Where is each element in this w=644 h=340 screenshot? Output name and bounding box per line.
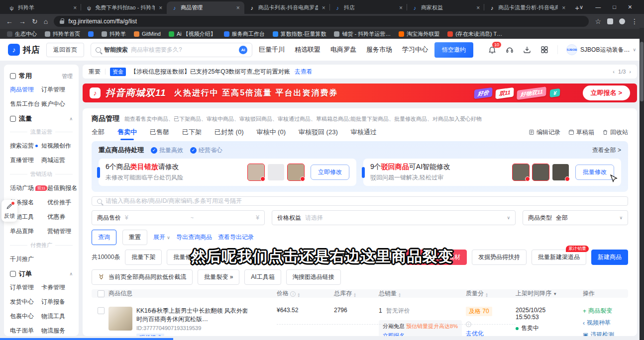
sidebar-link[interactable]: 物流工具 <box>41 312 73 321</box>
product-image[interactable] <box>108 307 132 331</box>
download-center-icon[interactable] <box>523 45 532 54</box>
row-operation-link[interactable]: ‹ 视频种草 <box>583 319 622 327</box>
view-all-link[interactable]: 查看全部 > <box>592 146 621 155</box>
bell-icon[interactable]: 10 <box>488 45 497 54</box>
bookmark-item[interactable]: 淘宝海外联盟 <box>399 30 439 38</box>
expand-toggle[interactable]: 展开 ∨ <box>153 233 170 242</box>
header-nav-link[interactable]: 精选联盟 <box>295 45 321 54</box>
sidebar-link[interactable]: 商城运营 <box>41 156 73 165</box>
sidebar-link[interactable]: 千川推广 <box>10 255 41 263</box>
row-checkbox[interactable] <box>98 307 105 314</box>
browser-tab[interactable]: ♪ 商品卡列表-抖音电商罗盘 × <box>244 1 330 14</box>
kebab-menu-icon[interactable]: ⋮ <box>631 17 638 25</box>
account-menu[interactable]: SJBOB SJBOB运动装备… ∨ <box>566 44 636 55</box>
headset-icon[interactable] <box>505 45 514 54</box>
tab-close-icon[interactable]: × <box>158 4 162 11</box>
browser-tab[interactable]: ♪ 抖店 × <box>330 1 407 14</box>
forward-icon[interactable]: → <box>19 17 26 25</box>
back-icon[interactable]: ← <box>6 17 13 25</box>
browser-tab[interactable]: ψ 免费下单抖拍tao - 抖羚羊运营 × <box>81 1 167 14</box>
sidebar-section-traffic[interactable]: 流量 ∧ <box>10 114 73 123</box>
url-bar[interactable]: fxg.jinritemai.com/ffa/g/list <box>54 16 589 27</box>
status-tab[interactable]: 已售罄 <box>150 128 169 137</box>
tab-close-icon[interactable]: × <box>321 4 325 11</box>
tab-close-icon[interactable]: × <box>561 4 565 11</box>
sidebar-link[interactable]: 单品直降 <box>10 227 47 236</box>
bookmark-item[interactable]: 抖羚羊首页 <box>45 30 80 38</box>
batch-fission-button[interactable]: 批量裂变 » <box>198 269 239 285</box>
banner-signup-button[interactable]: 立即报名 > <box>583 85 630 100</box>
sidebar-link[interactable]: 物流服务 <box>41 327 73 335</box>
sidebar-link[interactable]: 订单管理 <box>10 283 41 292</box>
bookmark-item[interactable]: 服务商工作台 <box>224 30 265 38</box>
batch-offshelf-button[interactable]: 批量下架 <box>125 250 162 265</box>
sidebar-link[interactable]: 搜索运营 <box>10 142 41 150</box>
bookmark-item[interactable]: 算数指数-巨量算数 <box>273 30 326 38</box>
sidebar-link[interactable]: 订单管理 <box>41 85 73 94</box>
col-quality[interactable]: 质量分▲▼ <box>466 289 516 298</box>
tab-close-icon[interactable]: × <box>72 4 77 11</box>
wukong-invite-button[interactable]: 悟空邀约 <box>434 42 473 58</box>
browser-tab[interactable]: ♪ 商家权益 × <box>407 1 484 14</box>
pager-next-icon[interactable]: › <box>629 69 631 75</box>
sidebar-link[interactable]: 卡券管理 <box>41 283 73 292</box>
bookmark-item[interactable] <box>88 31 94 37</box>
tab-close-icon[interactable]: × <box>475 4 480 11</box>
sidebar-section-common[interactable]: 常用 管理 <box>10 72 73 81</box>
sidebar-link[interactable]: 直播管理 <box>10 156 41 165</box>
select-all-checkbox[interactable] <box>98 290 105 297</box>
sidebar-link[interactable]: 电子面单 <box>10 327 41 335</box>
sort-icon[interactable]: ▲▼ <box>353 293 356 298</box>
sidebar-link[interactable]: 活动广场双11 <box>10 184 47 192</box>
scrollbar-thumb[interactable] <box>640 42 644 101</box>
col-sales[interactable]: 总销量▲▼ <box>379 289 466 298</box>
status-tab[interactable]: 审核驳回 (23) <box>299 128 338 137</box>
sidebar-link[interactable]: 优价推手 <box>47 198 77 207</box>
chevron-up-icon[interactable]: ∧ <box>69 271 73 276</box>
taobao-image-picker-button[interactable]: 淘搜图选品链接 <box>286 269 341 285</box>
ai-toolbox-button[interactable]: AI工具箱 <box>244 269 281 285</box>
col-time-sort[interactable]: 上架时间降序 ▼ <box>516 289 583 298</box>
bookmark-item[interactable]: Ai 【视频介绍】 <box>169 30 216 38</box>
lowprice-intercept-button[interactable]: 当前页全部商品同款低价截流 <box>92 269 193 285</box>
batch-fix-button[interactable]: 批量修改 <box>575 165 614 180</box>
promo-banner[interactable]: ♪ 抖音商城双11 火热进行中 至高5倍流量 平台出资消费券 好价 双11 好物… <box>83 84 637 102</box>
extensions-icon[interactable] <box>607 18 613 24</box>
sidebar-link[interactable]: 优惠券 <box>47 213 77 221</box>
pager-prev-icon[interactable]: ‹ <box>613 69 615 75</box>
window-maximize-icon[interactable]: □ <box>613 4 616 10</box>
window-scrollbar[interactable] <box>640 28 644 340</box>
tab-close-icon[interactable]: × <box>398 4 403 11</box>
bookmark-item[interactable]: (存在未读消息) T… <box>447 30 502 38</box>
product-title[interactable]: KK16春秋季上新男士中长款翻领 风衣外套时尚百搭商务休闲宽松版… <box>136 307 251 324</box>
sidebar-section-order[interactable]: 订单 ∧ <box>10 269 73 278</box>
bookmark-star-icon[interactable]: ☆ <box>595 17 601 25</box>
sort-icon[interactable]: ▲▼ <box>485 293 488 298</box>
bookmark-item[interactable]: 生态中心 <box>7 30 37 38</box>
sidebar-link[interactable]: 售后工作台 <box>10 100 41 108</box>
ai-search-icon[interactable]: AI <box>239 46 247 54</box>
col-stock[interactable]: 总库存▲▼ <box>334 289 379 298</box>
status-tab[interactable]: 审核中 (0) <box>257 128 286 137</box>
export-history-link[interactable]: 查看导出记录 <box>218 233 254 242</box>
header-nav-link[interactable]: 学习中心 <box>402 45 428 54</box>
bookmark-item[interactable]: GitMind <box>134 31 161 37</box>
tab-close-icon[interactable]: × <box>235 4 240 11</box>
product-type-filter[interactable]: 商品类型 全部 ∨ <box>523 210 628 225</box>
recycle-bin-button[interactable]: 回收站 <box>602 128 628 137</box>
feedback-widget[interactable]: 反馈 <box>1 200 17 222</box>
sort-icon[interactable]: ▲▼ <box>398 293 401 298</box>
sidebar-link[interactable]: 订单报备 <box>41 298 73 306</box>
sidebar-link[interactable]: 商品管理 <box>10 85 41 94</box>
edit-history-button[interactable]: 编辑记录 <box>529 128 560 137</box>
manage-link[interactable]: 管理 <box>62 73 73 80</box>
workbench-grid-icon[interactable] <box>540 45 549 54</box>
reset-button[interactable]: 重置 <box>122 230 147 245</box>
sidebar-link[interactable]: 账户中心 <box>41 100 73 108</box>
fix-now-button[interactable]: 立即修改 <box>311 165 349 180</box>
home-icon[interactable]: ⌂ <box>44 17 48 25</box>
window-minimize-icon[interactable]: — <box>595 4 601 10</box>
row-operation-link[interactable]: + 商品裂变 <box>583 307 622 315</box>
window-close-icon[interactable]: × <box>628 3 632 11</box>
row-operation-link[interactable]: ▣ 违规检测 <box>583 331 622 336</box>
